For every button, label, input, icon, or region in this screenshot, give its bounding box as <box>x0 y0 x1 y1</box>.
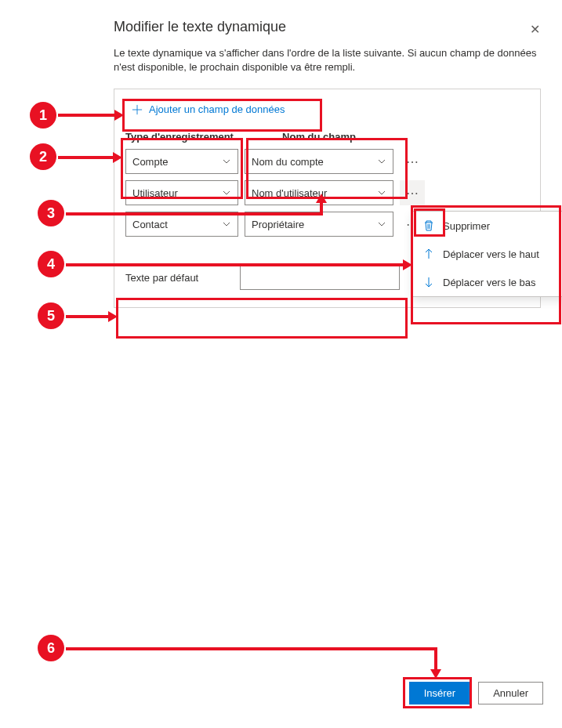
default-text-input[interactable] <box>240 265 400 290</box>
annotation-arrow <box>66 315 110 318</box>
chevron-down-icon <box>377 157 386 166</box>
annotation-arrowhead <box>403 259 412 270</box>
close-icon[interactable]: ✕ <box>530 22 540 37</box>
arrow-down-icon <box>422 276 435 288</box>
annotation-arrow <box>66 263 404 266</box>
annotation-arrow <box>434 647 437 671</box>
field-name-dropdown[interactable]: Nom du compte <box>245 149 393 174</box>
arrow-up-icon <box>422 248 435 260</box>
dialog-footer: Insérer Annuler <box>409 682 543 704</box>
row-more-button[interactable]: ⋯ <box>400 149 425 174</box>
field-row: Compte Nom du compte ⋯ <box>122 146 532 177</box>
annotation-arrow <box>58 114 116 117</box>
column-headers: Type d'enregistrement Nom du champ <box>122 128 532 146</box>
annotation-circle-5: 5 <box>38 302 64 329</box>
chevron-down-icon <box>222 157 231 166</box>
plus-icon <box>132 104 143 115</box>
annotation-arrowhead <box>108 311 118 322</box>
record-type-dropdown[interactable]: Contact <box>125 212 238 237</box>
row-context-menu: Supprimer Déplacer vers le haut Déplacer… <box>412 211 562 297</box>
annotation-circle-2: 2 <box>30 143 56 170</box>
record-type-dropdown[interactable]: Utilisateur <box>125 180 238 205</box>
dialog-description: Le texte dynamique va s'afficher dans l'… <box>114 46 537 74</box>
header-record-type: Type d'enregistrement <box>125 128 238 146</box>
chevron-down-icon <box>377 219 386 229</box>
chevron-down-icon <box>222 219 231 229</box>
annotation-arrow <box>66 647 437 650</box>
trash-icon <box>422 219 435 232</box>
record-type-dropdown[interactable]: Compte <box>125 149 238 174</box>
menu-item-label: Supprimer <box>443 220 490 232</box>
annotation-arrowhead <box>113 152 122 163</box>
dropdown-value: Propriétaire <box>252 219 304 230</box>
menu-move-down[interactable]: Déplacer vers le bas <box>413 268 562 296</box>
menu-item-label: Déplacer vers le haut <box>443 248 539 260</box>
annotation-arrowhead <box>430 669 441 679</box>
annotation-arrow <box>58 156 114 159</box>
menu-item-label: Déplacer vers le bas <box>443 277 536 288</box>
add-button-label: Ajouter un champ de données <box>149 103 285 115</box>
chevron-down-icon <box>222 188 231 197</box>
fields-panel: Ajouter un champ de données Type d'enreg… <box>114 89 541 308</box>
insert-button[interactable]: Insérer <box>409 682 470 704</box>
field-row: Utilisateur Nom d'utilisateur ⋯ <box>122 177 532 208</box>
dropdown-value: Compte <box>132 156 169 168</box>
annotation-circle-4: 4 <box>38 251 64 277</box>
annotation-arrowhead <box>316 194 327 203</box>
header-field-name: Nom du champ <box>245 128 393 146</box>
annotation-circle-1: 1 <box>30 102 56 129</box>
row-more-button[interactable]: ⋯ <box>400 180 425 205</box>
dropdown-value: Contact <box>132 219 168 230</box>
menu-delete[interactable]: Supprimer <box>413 212 562 240</box>
dropdown-value: Utilisateur <box>132 187 178 199</box>
dialog-title: Modifier le texte dynamique <box>114 19 543 35</box>
annotation-arrowhead <box>114 110 124 121</box>
cancel-button[interactable]: Annuler <box>478 682 543 704</box>
dropdown-value: Nom du compte <box>252 156 324 168</box>
chevron-down-icon <box>377 188 386 197</box>
annotation-arrow <box>66 212 321 216</box>
add-data-field-button[interactable]: Ajouter un champ de données <box>122 97 294 121</box>
annotation-circle-3: 3 <box>38 200 64 226</box>
annotation-circle-6: 6 <box>38 635 64 661</box>
dialog: Modifier le texte dynamique ✕ Le texte d… <box>0 0 562 327</box>
annotation-arrow <box>320 201 323 216</box>
field-name-dropdown[interactable]: Propriétaire <box>245 212 393 237</box>
menu-move-up[interactable]: Déplacer vers le haut <box>413 240 562 268</box>
default-text-label: Texte par défaut <box>125 272 226 284</box>
